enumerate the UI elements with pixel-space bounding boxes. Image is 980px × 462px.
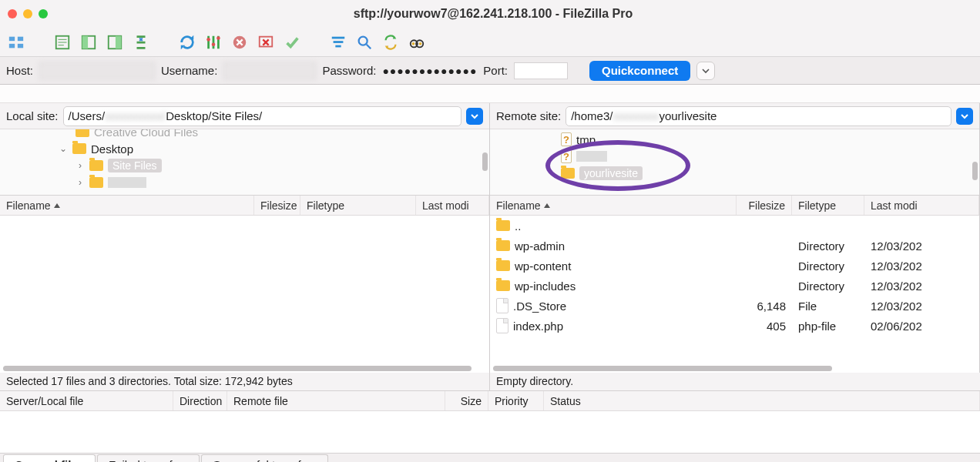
scrollbar-horizontal[interactable] bbox=[493, 366, 832, 371]
file-row[interactable]: wp-adminDirectory12/03/202 bbox=[490, 236, 979, 256]
tab-queued-files[interactable]: Queued files bbox=[3, 454, 96, 462]
toggle-remote-tree-icon[interactable] bbox=[105, 32, 125, 52]
close-window-icon[interactable] bbox=[8, 9, 17, 18]
tree-item-tmp[interactable]: ?tmp bbox=[490, 131, 979, 148]
col-filename[interactable]: Filename bbox=[0, 196, 254, 215]
file-type bbox=[792, 216, 864, 236]
bottom-tabs: Queued files Failed transfers Successful… bbox=[0, 453, 980, 462]
remote-file-list[interactable]: ..wp-adminDirectory12/03/202wp-contentDi… bbox=[490, 216, 979, 373]
annotation-highlight-oval bbox=[545, 140, 690, 191]
file-name: .DS_Store bbox=[513, 300, 566, 313]
file-row[interactable]: .DS_Store6,148File12/03/202 bbox=[490, 296, 979, 316]
local-pane: Local site: /Users/xxxxxxxxxx/Desktop/Si… bbox=[0, 103, 490, 373]
cancel-icon[interactable] bbox=[230, 32, 250, 52]
window-title: sftp://yourwow7@162.241.218.100 - FileZi… bbox=[60, 7, 926, 21]
title-bar: sftp://yourwow7@162.241.218.100 - FileZi… bbox=[0, 0, 980, 28]
file-row[interactable]: .. bbox=[490, 216, 979, 236]
folder-icon bbox=[76, 129, 89, 137]
tree-item-desktop[interactable]: ⌄Desktop bbox=[0, 140, 489, 157]
col-filetype[interactable]: Filetype bbox=[300, 196, 416, 215]
port-label: Port: bbox=[483, 64, 508, 77]
remote-site-path[interactable]: /home3/xxxxxxxxyourlivesite bbox=[566, 106, 951, 126]
tree-item[interactable]: › bbox=[0, 174, 489, 191]
host-input[interactable] bbox=[39, 62, 155, 79]
sync-browse-icon[interactable] bbox=[381, 32, 401, 52]
col-modified[interactable]: Last modi bbox=[864, 196, 979, 215]
local-file-list[interactable] bbox=[0, 216, 489, 373]
local-tree[interactable]: Creative Cloud Files ⌄Desktop ›Site File… bbox=[0, 129, 489, 196]
disconnect-icon[interactable] bbox=[256, 32, 276, 52]
compare-icon[interactable] bbox=[407, 32, 427, 52]
remote-site-dropdown[interactable] bbox=[956, 108, 973, 125]
col-server-file[interactable]: Server/Local file bbox=[0, 391, 173, 410]
col-size[interactable]: Size bbox=[445, 391, 488, 410]
window-controls bbox=[8, 9, 48, 18]
redacted-segment bbox=[108, 177, 146, 188]
col-filesize[interactable]: Filesize bbox=[737, 196, 792, 215]
svg-rect-20 bbox=[332, 36, 345, 38]
refresh-icon[interactable] bbox=[177, 32, 197, 52]
toggle-log-icon[interactable] bbox=[52, 32, 72, 52]
transfer-queue-list[interactable] bbox=[0, 411, 980, 453]
col-remote-file[interactable]: Remote file bbox=[227, 391, 445, 410]
remote-site-label: Remote site: bbox=[496, 109, 561, 122]
process-queue-icon[interactable] bbox=[203, 32, 223, 52]
col-filename[interactable]: Filename bbox=[490, 196, 737, 215]
col-status[interactable]: Status bbox=[544, 391, 980, 410]
port-input[interactable] bbox=[514, 62, 568, 79]
file-name: index.php bbox=[513, 320, 563, 333]
toggle-local-tree-icon[interactable] bbox=[79, 32, 99, 52]
file-type: File bbox=[792, 296, 864, 316]
tab-failed-transfers[interactable]: Failed transfers bbox=[97, 454, 200, 462]
quickconnect-history-dropdown[interactable] bbox=[696, 62, 715, 80]
file-list-status: Selected 17 files and 3 directories. Tot… bbox=[0, 373, 980, 391]
file-row[interactable]: wp-includesDirectory12/03/202 bbox=[490, 276, 979, 296]
chevron-down-icon[interactable]: ⌄ bbox=[59, 143, 68, 154]
chevron-right-icon[interactable]: › bbox=[76, 177, 85, 188]
remote-status: Empty directory. bbox=[490, 373, 980, 390]
svg-rect-0 bbox=[9, 36, 15, 41]
site-manager-icon[interactable] bbox=[6, 32, 26, 52]
col-filesize[interactable]: Filesize bbox=[254, 196, 300, 215]
path-segment: /home3/ bbox=[571, 109, 612, 122]
scrollbar-vertical[interactable] bbox=[972, 162, 978, 180]
remote-tree[interactable]: ?tmp ? yourlivesite bbox=[490, 129, 979, 196]
file-name: .. bbox=[515, 219, 521, 233]
toggle-queue-icon[interactable] bbox=[131, 32, 151, 52]
col-direction[interactable]: Direction bbox=[173, 391, 227, 410]
local-file-header: Filename Filesize Filetype Last modi bbox=[0, 196, 489, 216]
search-icon[interactable] bbox=[354, 32, 374, 52]
scrollbar-horizontal[interactable] bbox=[3, 366, 472, 371]
quickconnect-bar: Host: Username: Password: ●●●●●●●●●●●●● … bbox=[0, 57, 980, 85]
password-input[interactable]: ●●●●●●●●●●●●● bbox=[382, 65, 477, 77]
col-filetype[interactable]: Filetype bbox=[792, 196, 864, 215]
filter-icon[interactable] bbox=[328, 32, 348, 52]
main-toolbar bbox=[0, 28, 980, 57]
username-input[interactable] bbox=[223, 62, 316, 79]
file-size bbox=[737, 236, 792, 256]
scrollbar-vertical[interactable] bbox=[482, 152, 488, 171]
file-name: wp-admin bbox=[515, 239, 565, 253]
local-site-row: Local site: /Users/xxxxxxxxxx/Desktop/Si… bbox=[0, 103, 489, 129]
reconnect-icon[interactable] bbox=[282, 32, 302, 52]
file-type: Directory bbox=[792, 276, 864, 296]
maximize-window-icon[interactable] bbox=[39, 9, 48, 18]
chevron-right-icon[interactable]: › bbox=[76, 160, 85, 171]
col-priority[interactable]: Priority bbox=[488, 391, 544, 410]
col-modified[interactable]: Last modi bbox=[416, 196, 489, 215]
tree-item-label: Site Files bbox=[108, 159, 162, 172]
minimize-window-icon[interactable] bbox=[23, 9, 32, 18]
local-site-path[interactable]: /Users/xxxxxxxxxx/Desktop/Site Files/ bbox=[63, 106, 461, 126]
tree-item-site-files[interactable]: ›Site Files bbox=[0, 157, 489, 174]
file-size: 6,148 bbox=[737, 296, 792, 316]
quickconnect-button[interactable]: Quickconnect bbox=[589, 61, 690, 81]
file-row[interactable]: index.php405php-file02/06/202 bbox=[490, 316, 979, 336]
local-site-dropdown[interactable] bbox=[466, 108, 483, 125]
file-icon bbox=[496, 318, 508, 333]
folder-icon bbox=[496, 240, 510, 251]
svg-point-17 bbox=[216, 36, 220, 40]
file-row[interactable]: wp-contentDirectory12/03/202 bbox=[490, 256, 979, 276]
tab-successful-transfers[interactable]: Successful transfers bbox=[201, 454, 328, 462]
file-size: 405 bbox=[737, 316, 792, 336]
svg-point-15 bbox=[206, 38, 210, 42]
